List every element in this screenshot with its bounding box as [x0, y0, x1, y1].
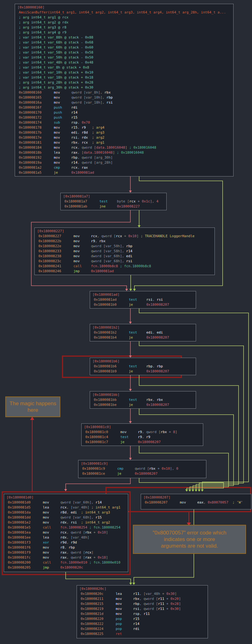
asm-line: 0x1800081adtestrsi, rsi — [90, 297, 196, 302]
asm-line: 0x1800081c0movr9, qword [rbx + 8] — [82, 430, 203, 435]
asm-line: 0x1800081beje0x180008207 — [90, 402, 196, 407]
asm-line: 0x180008172pushr15 — [15, 115, 233, 120]
annotation-text: indicates one or more — [134, 536, 245, 543]
basic-block-0x1800081bb[interactable]: [0x1800081bb]0x1800081bbtestrbx, rbx0x18… — [90, 391, 196, 409]
comment-line: ; arg int64_t arg1 @ rcx — [15, 15, 233, 20]
asm-line: 0x18000820clear11, [var_48h + 0x30] — [77, 591, 208, 596]
arrowhead-icon — [64, 489, 67, 491]
asm-line: 0x18000822emovqword [var_50h], rbp — [35, 244, 214, 249]
annotation-text: here — [6, 407, 60, 413]
block-title: [0x1800081ad] — [90, 292, 196, 297]
asm-line: 0x180008215movrbp, qword [r11 + 0x28] — [77, 601, 208, 606]
asm-line: 0x180008238movdword [var_60h], edi — [35, 254, 214, 259]
asm-line: 0x180008220popr15 — [77, 616, 208, 621]
asm-line: 0x1800081e2movrdx, rsi ; int64_t arg2 — [4, 520, 128, 525]
asm-line: 0x180008181movrbx, rcx ; arg1 — [15, 140, 233, 145]
annotation-text: arguments are not valid. — [134, 543, 245, 549]
asm-line: 0x1800081bbtestrbx, rbx — [90, 397, 196, 402]
asm-line: 0x1800081fcmovrax, qword [rax + 0x18] — [4, 555, 128, 560]
arrowhead-icon — [129, 458, 132, 460]
asm-line: 0x1800081a7testbyte [rcx + 0x1c], 4 — [61, 199, 166, 204]
asm-line: 0x1800081a5je0x1800081ad — [15, 170, 233, 175]
arrowhead-icon — [129, 289, 132, 291]
basic-block-0x1800081c9[interactable]: [0x1800081c9]0x1800081c9cmpqword [rbx + … — [78, 460, 206, 478]
asm-line: 0x18000823cmovqword [var_68h], rsi — [35, 259, 214, 264]
asm-line: 0x180008227movrcx, qword [rcx + 0x10] ; … — [35, 234, 214, 239]
block-title: [0x1800081c0] — [82, 425, 203, 430]
asm-line: 0x180008225ret — [77, 631, 208, 636]
comment-line: ; var int64_t var_8h @ stack + 0x8 — [15, 65, 233, 70]
asm-line: 0x1800081c4testr9, r9 — [82, 435, 203, 440]
asm-line: 0x180008233movqword [var_58h], r14 — [35, 249, 214, 254]
block-title: [0x1800081b2] — [90, 325, 196, 330]
basic-block-0x1800081b2[interactable]: [0x1800081b2]0x1800081b2testedi, edi0x18… — [90, 324, 196, 341]
comment-line: ; var int64_t var_60h @ stack - 0x60 — [15, 45, 233, 50]
comment-line: AmsiScanBuffer(int64_t arg1, int64_t arg… — [15, 10, 233, 15]
asm-line: 0x1800081eeleardx, [var_48h] — [4, 535, 128, 540]
asm-line: 0x180008174subrsp, 0x70 — [15, 120, 233, 125]
arrowhead-icon — [129, 191, 132, 193]
disassembly-graph-canvas[interactable]: [0x180008160]AmsiScanBuffer(int64_t arg1… — [0, 0, 252, 644]
basic-block-0x18000820c[interactable]: [0x18000820c]0x18000820clear11, [var_48h… — [77, 585, 208, 638]
basic-block-0x1800081c0[interactable]: [0x1800081c0]0x1800081c0movr9, qword [rb… — [81, 423, 203, 446]
comment-line: ; var int64_t var_48h @ stack - 0x48 — [15, 60, 233, 65]
basic-block-0x1800081a7[interactable]: [0x1800081a7]0x1800081a7testbyte [rcx + … — [60, 193, 167, 210]
asm-line: 0x180008224poprdi — [77, 626, 208, 631]
asm-line: 0x180008178movr15, r9 ; arg4 — [15, 125, 233, 130]
annotation-text: The magic happens — [6, 400, 60, 407]
comment-line: ; arg int64_t arg2 @ rdx — [15, 20, 233, 25]
asm-line: 0x1800081b6testrbp, rbp — [90, 364, 196, 369]
asm-line: 0x18000816amovqword [var_18h], rsi — [15, 100, 233, 105]
basic-block-0x180008160[interactable]: [0x180008160]AmsiScanBuffer(int64_t arg1… — [15, 4, 234, 176]
asm-line: 0x18000819amovr14, qword [arg_28h] — [15, 160, 233, 165]
comment-line: ; var int64_t var_18h @ stack + 0x18 — [15, 75, 233, 80]
comment-line: ; arg int64_t arg3 @ r8 — [15, 25, 233, 30]
asm-line: 0x1800081b0je0x180008207 — [90, 302, 196, 307]
arrowhead-icon — [129, 421, 132, 423]
basic-block-0x1800081b6[interactable]: [0x1800081b6]0x1800081b6testrbp, rbp0x18… — [90, 358, 196, 375]
basic-block-0x1800081ad[interactable]: [0x1800081ad]0x1800081adtestrsi, rsi0x18… — [90, 291, 196, 309]
asm-line: 0x180008200callfcn.18000e010 ; fcn.18000… — [4, 560, 128, 565]
arrowhead-icon — [129, 322, 132, 324]
comment-line: ; var int64_t var_88h @ stack - 0x88 — [15, 35, 233, 40]
asm-line: 0x1800081c7je0x180008207 — [82, 440, 203, 445]
asm-line: 0x180008205jmp0x18000820c — [4, 565, 128, 570]
comment-line: ; var int64_t var_10h @ stack + 0x10 — [15, 70, 233, 75]
asm-line: 0x18000818blearax, [data.180016048] ; 0x… — [15, 150, 233, 155]
comment-annotation-error-code[interactable]: "0x80070057" error code whichindicates o… — [133, 525, 246, 554]
arrowhead-icon — [129, 583, 132, 585]
arrowhead-icon — [133, 583, 135, 585]
asm-line: 0x1800081eamovrcx, qword [rbx + 0x10] — [4, 530, 128, 535]
asm-line: 0x1800081b4je0x180008207 — [90, 335, 196, 340]
asm-line: 0x18000817emovrsi, rdx ; arg2 — [15, 135, 233, 140]
asm-line: 0x1800081f6movr8, rbp — [4, 545, 128, 550]
comment-line: ; var int64_t var_50h @ stack - 0x50 — [15, 55, 233, 60]
asm-line: 0x18000817bmovedi, r8d ; arg3 — [15, 130, 233, 135]
basic-block-0x180008207[interactable]: [0x180008207]0x180008207moveax, 0x800700… — [141, 494, 251, 509]
basic-block-0x180008227[interactable]: [0x180008227]0x180008227movrcx, qword [r… — [34, 227, 215, 275]
asm-line: 0x1800081d5learcx, [var_48h] ; int64_t a… — [4, 505, 128, 510]
asm-line: 0x1800081damovr8d, edi ; int64_t arg3 — [4, 510, 128, 515]
asm-line: 0x180008170pushr14 — [15, 110, 233, 115]
asm-line: 0x180008160movqword [var_8h], rbx — [15, 90, 233, 95]
asm-line: 0x180008219movrsi, qword [r11 + 0x30] — [77, 606, 208, 611]
block-title: [0x1800081bb] — [90, 392, 196, 397]
block-title: [0x1800081c9] — [78, 461, 206, 466]
asm-line: 0x1800081d0movqword [var_60h], r14 — [4, 500, 128, 505]
comment-annotation-magic[interactable]: The magic happenshere — [5, 396, 60, 417]
asm-line: 0x180008222popr14 — [77, 621, 208, 626]
comment-line: ; arg int64_t arg4 @ r9 — [15, 30, 233, 35]
comment-line: ; var int64_t var_58h @ stack - 0x58 — [15, 50, 233, 55]
asm-line: 0x1800081ddmovqword [var_68h], r15 — [4, 515, 128, 520]
block-title: [0x1800081b6] — [90, 359, 196, 364]
asm-line: 0x1800081b2testedi, edi — [90, 330, 196, 335]
block-title: [0x180008207] — [141, 495, 251, 500]
asm-line: 0x180008165movqword [var_10h], rbp — [15, 95, 233, 100]
asm-line: 0x1800081f3xorr9d, r9d — [4, 540, 128, 545]
basic-block-0x1800081d0[interactable]: [0x1800081d0]0x1800081d0movqword [var_60… — [4, 494, 128, 572]
asm-line: 0x180008241callfcn.18000b8c8 ; fcn.18000… — [35, 264, 214, 269]
block-title: [0x1800081a7] — [61, 194, 166, 199]
asm-line: 0x180008207moveax, 0x80070057 ; 'W' — [141, 500, 251, 505]
block-title: [0x180008227] — [35, 229, 214, 234]
asm-line: 0x1800081f9movrax, qword [rcx] — [4, 550, 128, 555]
